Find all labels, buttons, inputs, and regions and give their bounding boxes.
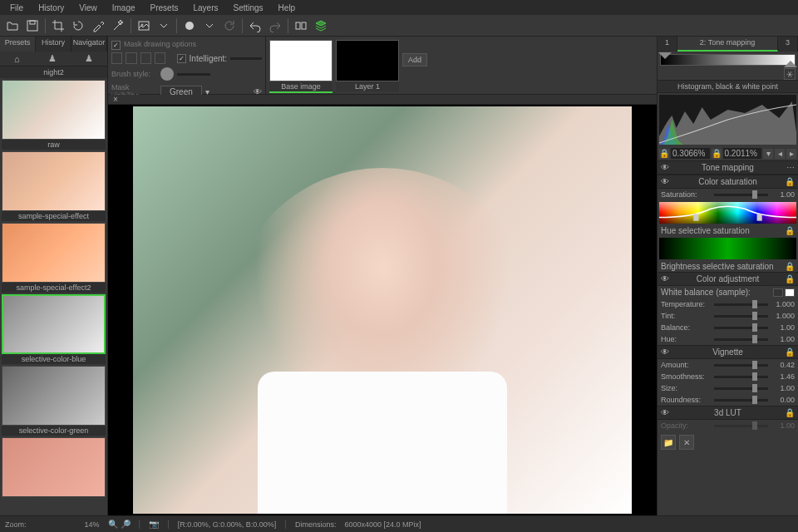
gradient-icon[interactable] bbox=[155, 52, 165, 64]
compare-icon[interactable] bbox=[293, 18, 308, 33]
rtab-1[interactable]: 1 bbox=[658, 37, 677, 52]
camera-icon[interactable]: 📷 bbox=[149, 520, 159, 529]
preset-item[interactable] bbox=[2, 437, 106, 497]
menu-file[interactable]: File bbox=[3, 2, 30, 14]
menu-help[interactable]: Help bbox=[272, 2, 303, 14]
lock-icon[interactable]: 🔒 bbox=[785, 177, 795, 186]
redo-icon[interactable] bbox=[268, 18, 283, 33]
preset-item[interactable]: selective-color-blue bbox=[2, 294, 106, 364]
undo-icon[interactable] bbox=[248, 18, 263, 33]
save-icon[interactable] bbox=[25, 18, 40, 33]
menu-image[interactable]: Image bbox=[106, 2, 142, 14]
preset-item[interactable]: selective-color-green bbox=[2, 366, 106, 436]
saturation-gradient[interactable] bbox=[659, 202, 796, 224]
tone-options-icon[interactable]: ⚹ bbox=[784, 68, 796, 80]
saturation-row: Saturation: 1.00 bbox=[658, 189, 798, 200]
user-icon[interactable]: ♟ bbox=[48, 53, 57, 64]
fill-icon[interactable] bbox=[140, 52, 151, 64]
brush-icon[interactable] bbox=[111, 52, 122, 64]
presets-list[interactable]: raw sample-special-effect sample-special… bbox=[0, 78, 107, 515]
wb-picker-icon[interactable] bbox=[773, 288, 783, 297]
hist-next-icon[interactable]: ▸ bbox=[786, 149, 796, 159]
tab-history[interactable]: History bbox=[36, 37, 71, 52]
lut-open-icon[interactable]: 📁 bbox=[661, 435, 676, 450]
vignette-header[interactable]: 👁Vignette🔒 bbox=[658, 345, 798, 359]
eye-icon[interactable]: 👁 bbox=[661, 274, 669, 283]
zoom-out-icon[interactable]: 🔍 bbox=[108, 520, 118, 529]
eraser-icon[interactable] bbox=[126, 52, 136, 64]
brush-slider[interactable] bbox=[177, 73, 210, 76]
crop-icon[interactable] bbox=[51, 18, 66, 33]
amount-slider[interactable] bbox=[714, 364, 768, 367]
preset-item[interactable]: sample-special-effect2 bbox=[2, 223, 106, 293]
eye-icon[interactable]: 👁 bbox=[661, 347, 669, 357]
lock-icon[interactable]: 🔒 bbox=[785, 274, 795, 283]
menu-presets[interactable]: Presets bbox=[144, 2, 185, 14]
layer-base[interactable]: Base image bbox=[269, 40, 332, 93]
menu-icon[interactable]: ⋯ bbox=[786, 163, 795, 172]
adjust-icon[interactable] bbox=[182, 18, 197, 33]
balance-slider[interactable] bbox=[714, 327, 768, 329]
user2-icon[interactable]: ♟ bbox=[85, 53, 93, 64]
saturation-slider[interactable] bbox=[714, 194, 768, 196]
lock-icon[interactable]: 🔒 bbox=[785, 408, 795, 417]
mask-enable-checkbox[interactable] bbox=[111, 41, 121, 50]
close-tab-icon[interactable]: × bbox=[113, 95, 118, 104]
white-point-value[interactable]: 0.2011% bbox=[723, 148, 762, 159]
menu-view[interactable]: View bbox=[72, 2, 104, 14]
intelligent-checkbox[interactable] bbox=[177, 54, 186, 63]
preset-item[interactable]: sample-special-effect bbox=[2, 151, 106, 221]
hist-btn[interactable]: ▾ bbox=[763, 149, 773, 159]
eye-icon[interactable]: 👁 bbox=[661, 408, 669, 417]
lock-icon[interactable]: 🔒 bbox=[659, 149, 669, 159]
open-icon[interactable] bbox=[5, 18, 20, 33]
chevron-down-icon[interactable] bbox=[156, 18, 171, 33]
eyedropper-icon[interactable] bbox=[91, 18, 106, 33]
colorsat-header[interactable]: 👁Color saturation🔒 bbox=[658, 175, 798, 189]
lock-icon[interactable]: 🔒 bbox=[785, 262, 795, 271]
lock-icon[interactable]: 🔒 bbox=[785, 226, 795, 235]
rotate-icon[interactable] bbox=[71, 18, 86, 33]
eye-icon[interactable]: 👁 bbox=[661, 163, 669, 172]
chevron-down-icon[interactable] bbox=[202, 18, 217, 33]
rtab-3[interactable]: 3 bbox=[778, 37, 798, 52]
tint-slider[interactable] bbox=[714, 315, 768, 318]
intelligent-slider[interactable] bbox=[230, 57, 262, 60]
toolbar bbox=[0, 15, 798, 37]
coloradj-header[interactable]: 👁Color adjustment🔒 bbox=[658, 272, 798, 286]
smoothness-slider[interactable] bbox=[714, 376, 768, 378]
layer-1[interactable]: Layer 1 bbox=[336, 40, 399, 91]
preset-item[interactable]: raw bbox=[2, 80, 106, 150]
roundness-slider[interactable] bbox=[714, 399, 768, 401]
menu-layers[interactable]: Layers bbox=[186, 2, 224, 14]
black-point-value[interactable]: 0.3066% bbox=[671, 148, 710, 159]
home-icon[interactable]: ⌂ bbox=[14, 54, 20, 64]
wand-icon[interactable] bbox=[111, 18, 126, 33]
zoom-in-icon[interactable]: 🔎 bbox=[121, 520, 131, 529]
lock-icon[interactable]: 🔒 bbox=[785, 347, 795, 357]
rtab-2[interactable]: 2: Tone mapping bbox=[677, 37, 778, 52]
hue-selective-gradient[interactable] bbox=[659, 238, 796, 259]
image-icon[interactable] bbox=[136, 18, 151, 33]
histogram[interactable] bbox=[659, 95, 796, 145]
tab-presets[interactable]: Presets bbox=[0, 37, 36, 52]
eye-icon[interactable]: 👁 bbox=[661, 177, 669, 186]
hue-slider[interactable] bbox=[714, 338, 768, 341]
menu-history[interactable]: History bbox=[32, 2, 71, 14]
lut-header[interactable]: 👁3d LUT🔒 bbox=[658, 406, 798, 420]
layers-icon[interactable] bbox=[313, 18, 328, 33]
menu-settings[interactable]: Settings bbox=[226, 2, 269, 14]
size-slider[interactable] bbox=[714, 387, 768, 390]
hist-prev-icon[interactable]: ◂ bbox=[775, 149, 785, 159]
add-layer-button[interactable]: Add bbox=[402, 53, 427, 66]
tonemap-header[interactable]: 👁Tone mapping⋯ bbox=[658, 160, 798, 175]
lock-icon[interactable]: 🔒 bbox=[712, 149, 722, 159]
refresh-icon[interactable] bbox=[222, 18, 237, 33]
temperature-slider[interactable] bbox=[714, 303, 768, 306]
brush-preview[interactable] bbox=[160, 67, 174, 81]
tone-gradient-bar[interactable] bbox=[660, 54, 796, 66]
wb-white-swatch[interactable] bbox=[785, 288, 795, 297]
lut-clear-icon[interactable]: ✕ bbox=[679, 435, 694, 450]
tab-navigator[interactable]: Navigator bbox=[71, 37, 107, 52]
canvas[interactable] bbox=[108, 105, 657, 515]
